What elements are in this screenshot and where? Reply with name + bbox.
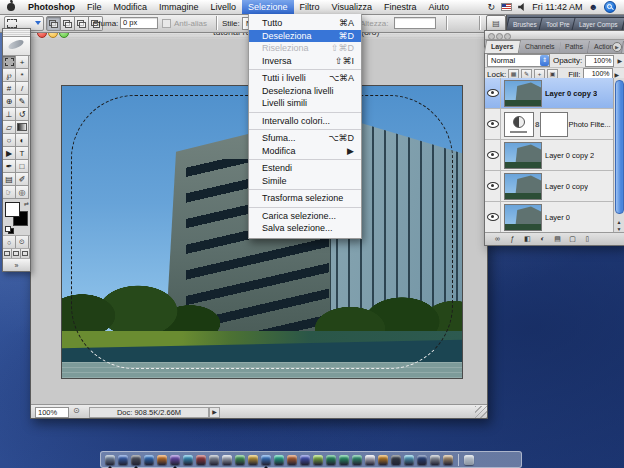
menu-selezione[interactable]: Selezione [242, 0, 294, 14]
dock-app-icon[interactable] [313, 455, 323, 465]
eyedropper-tool[interactable]: ✐ [16, 173, 29, 186]
delete-layer-icon[interactable]: ▯ [581, 234, 594, 244]
menu-item-estendi[interactable]: Estendi [249, 162, 361, 175]
layer-row[interactable]: Layer 0 copy 3 [485, 78, 614, 109]
menu-modifica[interactable]: Modifica [108, 0, 154, 14]
dock-app-icon[interactable] [196, 455, 206, 465]
menu-item-trasforma-selezione[interactable]: Trasforma selezione [249, 192, 361, 205]
layer-name[interactable]: Layer 0 copy 2 [545, 151, 594, 160]
healing-brush-tool[interactable]: ⊕ [3, 95, 16, 108]
layer-row[interactable]: Layer 0 copy 2 [485, 140, 614, 171]
visibility-cell[interactable] [485, 78, 501, 108]
fullscreen-button[interactable] [21, 249, 30, 258]
history-brush-tool[interactable]: ↺ [16, 108, 29, 121]
status-options-arrow[interactable]: ▶ [209, 407, 220, 418]
visibility-cell[interactable] [485, 171, 501, 201]
menu-item-modifica[interactable]: Modifica▶ [249, 145, 361, 158]
lasso-tool[interactable]: ℘ [3, 69, 16, 82]
hand-tool[interactable]: ☞ [3, 186, 16, 199]
trash-icon[interactable] [464, 455, 474, 465]
magic-wand-tool[interactable]: * [16, 69, 29, 82]
dock-app-icon[interactable] [157, 455, 167, 465]
add-selection-button[interactable] [61, 16, 75, 31]
layer-thumbnail[interactable] [504, 204, 542, 231]
dock-app-icon[interactable] [443, 455, 453, 465]
layer-thumbnail[interactable] [504, 173, 542, 200]
dock-app-icon[interactable] [417, 455, 427, 465]
menu-filtro[interactable]: Filtro [294, 0, 326, 14]
menu-finestra[interactable]: Finestra [378, 0, 423, 14]
menubar-clock[interactable]: Fri 11:42 AM [532, 2, 582, 12]
menu-item-tutti-i-livelli[interactable]: Tutti i livelli⌥⌘A [249, 72, 361, 85]
opacity-field[interactable]: 100% [585, 55, 614, 67]
layer-name[interactable]: Layer 0 copy [545, 182, 588, 191]
layer-row[interactable]: 8 Photo Filte... [485, 109, 614, 140]
visibility-cell[interactable] [485, 202, 501, 232]
sync-icon[interactable]: ↻ [488, 2, 496, 12]
path-selection-tool[interactable]: ▶ [3, 147, 16, 160]
menu-item-salva-selezione[interactable]: Salva selezione... [249, 222, 361, 235]
visibility-cell[interactable] [485, 140, 501, 170]
dock-app-icon[interactable] [352, 455, 362, 465]
standard-screen-button[interactable] [3, 249, 12, 258]
spotlight-icon[interactable] [604, 1, 616, 13]
layers-scrollbar[interactable]: ▲ ▼ [613, 78, 624, 233]
fill-slider-icon[interactable]: ▶ [615, 71, 620, 78]
quick-mask-mode-button[interactable]: ⊙ [16, 236, 29, 248]
tool-palette-titlebar[interactable] [3, 29, 30, 37]
layer-mask-icon[interactable]: ◧ [521, 234, 534, 244]
dock-app-icon[interactable] [404, 455, 414, 465]
layer-name[interactable]: Layer 0 copy 3 [545, 89, 597, 98]
standard-mode-button[interactable]: ○ [3, 236, 16, 248]
dock-app-icon[interactable] [222, 455, 232, 465]
dock-app-icon[interactable] [248, 455, 258, 465]
dock-app-icon[interactable] [170, 455, 180, 465]
layers-palette[interactable]: Layers Channels Paths Actions ▶ Normal ⇕… [484, 30, 624, 246]
menu-item-carica-selezione[interactable]: Carica selezione... [249, 210, 361, 223]
input-language-flag-icon[interactable] [501, 3, 512, 11]
well-tab-layer-comps[interactable]: Layer Comps [571, 17, 624, 31]
menu-item-livelli-simili[interactable]: Livelli simili [249, 97, 361, 110]
slice-tool[interactable]: / [16, 82, 29, 95]
dock-app-icon[interactable] [378, 455, 388, 465]
pen-tool[interactable]: ✒ [3, 160, 16, 173]
link-layers-icon[interactable]: ∞ [491, 234, 504, 244]
dock-app-icon[interactable] [326, 455, 336, 465]
height-input[interactable] [394, 17, 436, 29]
gradient-tool[interactable] [16, 121, 29, 134]
new-layer-icon[interactable]: ▢ [566, 234, 579, 244]
new-selection-button[interactable] [46, 16, 61, 31]
layer-name[interactable]: Photo Filte... [568, 120, 610, 129]
adjustment-layer-icon[interactable]: ◐ [536, 234, 549, 244]
menu-item-simile[interactable]: Simile [249, 175, 361, 188]
crop-tool[interactable]: # [3, 82, 16, 95]
dock-app-icon[interactable] [183, 455, 193, 465]
blend-mode-select[interactable]: Normal ⇕ [487, 54, 550, 67]
zoom-tool[interactable]: ◎ [16, 186, 29, 199]
foreground-color-swatch[interactable] [5, 202, 20, 217]
opacity-slider-icon[interactable]: ▶ [617, 57, 622, 64]
layer-thumbnail[interactable] [504, 80, 542, 107]
notes-tool[interactable]: ▤ [3, 173, 16, 186]
menu-item-deseleziona[interactable]: Deseleziona⌘D [249, 30, 361, 43]
layer-mask-thumbnail[interactable] [540, 112, 568, 137]
antialias-checkbox[interactable] [162, 19, 171, 28]
layer-thumbnail[interactable] [504, 142, 542, 169]
move-tool[interactable]: + [16, 56, 29, 69]
zoom-level-field[interactable]: 100% [35, 407, 69, 418]
dodge-tool[interactable]: ◐ [16, 134, 29, 147]
dock-app-icon[interactable] [300, 455, 310, 465]
new-set-icon[interactable]: ▤ [551, 234, 564, 244]
tab-channels[interactable]: Channels [519, 41, 562, 53]
palette-zoom-button[interactable] [504, 33, 511, 40]
layer-row[interactable]: Layer 0 copy [485, 171, 614, 202]
dock-app-icon[interactable] [105, 455, 115, 465]
menu-file[interactable]: File [81, 0, 108, 14]
menu-photoshop[interactable]: Photoshop [22, 0, 81, 14]
dock-app-icon[interactable] [261, 455, 271, 465]
dock-app-icon[interactable] [430, 455, 440, 465]
layer-style-icon[interactable]: ƒ [506, 234, 519, 244]
menu-item-intervallo-colori[interactable]: Intervallo colori... [249, 115, 361, 128]
menu-livello[interactable]: Livello [205, 0, 243, 14]
layer-row[interactable]: Layer 0 [485, 202, 614, 233]
